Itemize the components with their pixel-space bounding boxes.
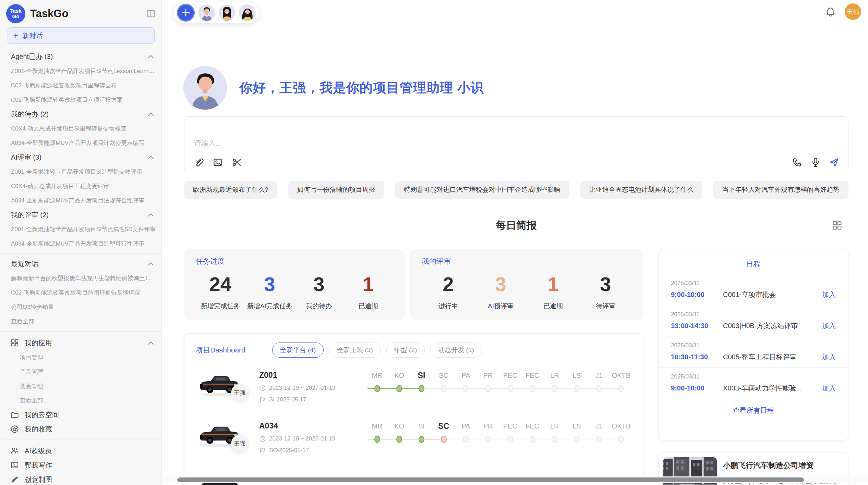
view-all-chats[interactable]: 查看全部... [0,314,161,328]
milestone-dot [485,436,491,443]
event-time: 9:00-10:00 [671,384,723,392]
suggestion-chip[interactable]: 比亚迪全固态电池计划具体说了什么 [580,181,702,199]
divider [0,439,161,439]
join-link[interactable]: 加入 [822,290,836,299]
sidebar-item-cloud-space[interactable]: 我的云空间 [0,408,161,422]
plus-icon: + [13,31,18,40]
microphone-icon[interactable] [810,157,821,167]
list-item[interactable]: A034-全新新能源MUV产品开发项目计划变更表编写 [0,136,161,150]
sidebar-item-ai-super-staff[interactable]: AI超级员工 [0,444,161,458]
join-link[interactable]: 加入 [822,321,836,331]
clock-icon [259,436,266,442]
view-all-apps[interactable]: 查看全部... [0,393,161,408]
view-all-schedule-link[interactable]: 查看所有日程 [659,406,848,415]
send-icon[interactable] [829,157,839,167]
filter-model-year[interactable]: 年型 (2) [386,343,425,358]
list-item[interactable]: C02-飞腾新能源轻客改款项目里程碑画布 [0,78,161,92]
list-item[interactable]: C0X4-动力总成开发项目SI里程碑提交物检查 [0,121,161,136]
list-item[interactable]: 公司Q3轻卡销量 [0,300,161,314]
sidebar-item-project-mgmt[interactable]: 项目管理 [0,350,161,364]
project-row[interactable]: 王强 A034 2023-12-19 ~ 2026-01-19 SC-2025-… [184,415,643,466]
filter-upfit[interactable]: 全新上装 (3) [329,343,381,358]
section-recent-chats[interactable]: 最近对话 [0,257,161,271]
suggestion-chip[interactable]: 欧洲新规最近颁布了什么? [184,181,277,199]
filter-platform[interactable]: 全新平台 (4) [272,343,324,358]
sidebar-item-favorites[interactable]: 我的收藏 [0,422,161,436]
sidebar-item-product-mgmt[interactable]: 产品管理 [0,364,161,379]
voice-call-icon[interactable] [792,157,802,167]
list-item[interactable]: A034-全新新能源MUV产品开发项目法规符合性评审 [0,193,161,208]
list-item[interactable]: A034-全新新能源MUV产品开发项目造型可行性评审 [0,236,161,251]
milestone-dot [441,385,447,392]
filter-powertrain[interactable]: 动总开发 (1) [430,343,482,358]
user-avatar[interactable]: 王强 [845,3,861,20]
schedule-card: 日程 2025/03/11 9:00-10:00 C001-立项审批会 加入 2… [658,249,848,441]
milestone-dot [463,385,469,392]
new-chat-button[interactable]: + 新对话 [8,27,155,44]
section-agent-done[interactable]: Agent已办 (3) [0,49,161,64]
stat-my-todo: 3 我的待办 [294,272,344,311]
stat-ai-pre-review: 3 AI预评审 [474,272,527,311]
event-name: X003-车辆动力学性能验... [723,384,822,393]
list-item[interactable]: C02-飞腾新能源轻客改款项目立项汇报方案 [0,92,161,107]
agent-avatar-2[interactable] [219,4,235,21]
scrollbar-thumb[interactable] [177,477,804,482]
section-ai-review[interactable]: AI评审 (3) [0,150,161,164]
sidebar-item-creative-drawing[interactable]: 创意制图 [0,472,161,485]
sidebar-item-my-apps[interactable]: 我的应用 [0,336,161,350]
chevron-up-icon [148,54,154,59]
join-link[interactable]: 加入 [822,384,836,393]
horizontal-scrollbar [162,476,868,483]
project-row[interactable]: 王强 Z001 2023-12-19 ~ 2027-01-19 SI-2025-… [184,364,643,415]
milestone-dot [463,436,469,443]
list-item[interactable]: C0X4-动力总成开发项目工程变更评审 [0,179,161,193]
schedule-event: 2025/03/11 9:00-10:00 X003-车辆动力学性能验... 加… [659,367,848,398]
list-item[interactable]: Z001-全新燃油皮卡产品开发项目SI节点Lesson Learn报告 [0,64,161,78]
agent-avatar-1[interactable] [198,4,215,21]
notification-bell-icon[interactable] [826,7,835,17]
schedule-event: 2025/03/11 9:00-10:00 C001-立项审批会 加入 [659,274,848,305]
milestone-dot [419,436,424,443]
task-progress-card: 任务进度 24 新增完成任务 3 新增AI完成任务 3 我的待办 1 已逾期 [184,249,405,320]
screenshot-scissors-icon[interactable] [232,157,242,167]
project-dashboard-card: 项目Dashboard 全新平台 (4) 全新上装 (3) 年型 (2) 动总开… [184,333,643,485]
list-item[interactable]: 解释最新出台的欧盟报废车法规再生塑料比例被调至15%... [0,271,161,285]
list-item[interactable]: Z001-全新燃油轻卡产品开发项目SI节点属性5D文件评审 [0,222,161,236]
collapse-sidebar-icon[interactable] [146,9,156,18]
list-item[interactable]: C02-飞腾新能源轻客改款项目的闭环通告反馈情况 [0,285,161,300]
sidebar-item-change-mgmt[interactable]: 变更管理 [0,379,161,393]
event-time: 13:00-14:30 [671,322,723,330]
suggestion-chip[interactable]: 如何写一份清晰的项目周报 [288,181,384,199]
star-badge-icon [10,425,19,434]
grid-icon [10,338,19,347]
add-agent-button[interactable] [177,4,195,22]
suggestion-chip[interactable]: 特朗普可能对进口汽车增税会对中国车企造成哪些影响 [395,181,569,199]
milestone-dot [574,436,580,443]
plus-icon [181,8,190,17]
section-my-todo[interactable]: 我的待办 (2) [0,107,161,121]
event-time: 10:30-11:30 [671,353,723,361]
milestone-dot [574,385,580,392]
chat-input[interactable] [193,139,839,148]
list-item[interactable]: Z001-全新燃油轻卡产品开发项目SI造型提交物评审 [0,164,161,179]
milestone-dot [507,385,513,392]
image-upload-icon[interactable] [213,157,223,167]
divider [0,253,161,254]
chevron-up-icon [148,213,154,217]
sidebar-item-help-me-write[interactable]: 帮我写作 [0,458,161,472]
stat-new-ai-completed: 3 新增AI完成任务 [245,272,294,311]
milestone-dot [396,385,402,392]
image-icon [10,461,19,470]
briefing-layout-icon[interactable] [832,220,843,231]
agent-avatar-3[interactable] [239,4,255,21]
schedule-event: 2025/03/11 13:00-14:30 C003|H0B-方案冻结评审 加… [659,305,848,336]
attachment-icon[interactable] [193,157,204,167]
milestone-timeline: MR KO SI SC PA PR PEC FEC LR LS J1 OKTB [366,371,632,392]
stat-pending-review: 3 待评审 [579,272,632,311]
logo-line1: Task [10,8,21,14]
event-time: 9:00-10:00 [671,291,723,299]
section-my-review[interactable]: 我的评审 (2) [0,208,161,222]
milestone-dot [485,385,491,392]
suggestion-chip[interactable]: 当下年轻人对汽车外观有怎样的喜好趋势 [713,181,848,199]
join-link[interactable]: 加入 [822,352,836,362]
